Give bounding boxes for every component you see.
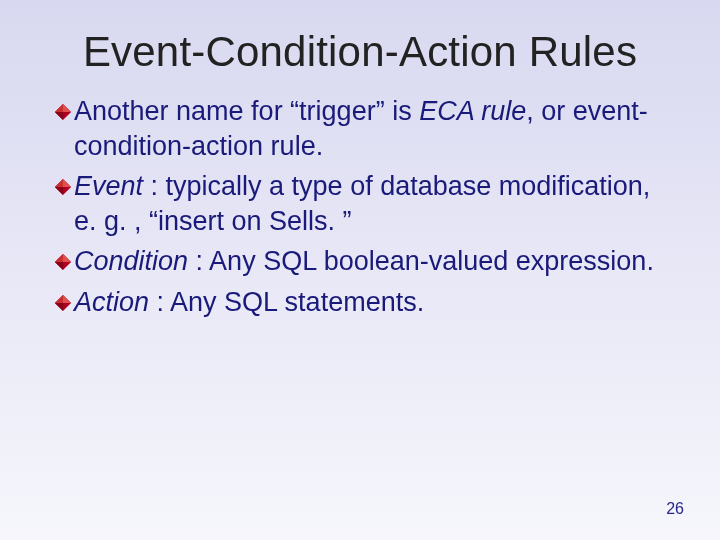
page-number: 26 xyxy=(666,500,684,518)
svg-marker-10 xyxy=(55,254,63,262)
bullet-text: Action : Any SQL statements. xyxy=(74,285,666,320)
bullet-item: Another name for “trigger” is ECA rule, … xyxy=(54,94,666,163)
bullet-item: Event : typically a type of database mod… xyxy=(54,169,666,238)
bullet-emphasis: ECA rule xyxy=(419,96,526,126)
bullet-text: Condition : Any SQL boolean-valued expre… xyxy=(74,244,666,279)
bullet-text: Event : typically a type of database mod… xyxy=(74,169,666,238)
svg-marker-11 xyxy=(55,262,63,270)
diamond-bullet-icon xyxy=(54,103,72,121)
slide-title: Event-Condition-Action Rules xyxy=(0,0,720,94)
svg-marker-9 xyxy=(63,254,71,262)
svg-marker-5 xyxy=(63,179,71,187)
svg-marker-13 xyxy=(63,295,71,303)
svg-marker-3 xyxy=(55,112,63,120)
diamond-bullet-icon xyxy=(54,178,72,196)
bullet-text: Another name for “trigger” is ECA rule, … xyxy=(74,94,666,163)
svg-marker-15 xyxy=(55,303,63,311)
bullet-emphasis: Event xyxy=(74,171,151,201)
bullet-post: : Any SQL statements. xyxy=(157,287,425,317)
svg-marker-1 xyxy=(63,104,71,112)
diamond-bullet-icon xyxy=(54,294,72,312)
bullet-emphasis: Condition xyxy=(74,246,196,276)
bullet-item: Action : Any SQL statements. xyxy=(54,285,666,320)
bullet-item: Condition : Any SQL boolean-valued expre… xyxy=(54,244,666,279)
bullet-pre: Another name for “trigger” is xyxy=(74,96,419,126)
bullet-post: : Any SQL boolean-valued expression. xyxy=(196,246,654,276)
svg-marker-2 xyxy=(55,104,63,112)
bullet-post: : typically a type of database modificat… xyxy=(74,171,650,236)
svg-marker-6 xyxy=(55,179,63,187)
svg-marker-14 xyxy=(55,295,63,303)
bullet-emphasis: Action xyxy=(74,287,157,317)
slide-content: Another name for “trigger” is ECA rule, … xyxy=(0,94,720,319)
diamond-bullet-icon xyxy=(54,253,72,271)
svg-marker-7 xyxy=(55,187,63,195)
